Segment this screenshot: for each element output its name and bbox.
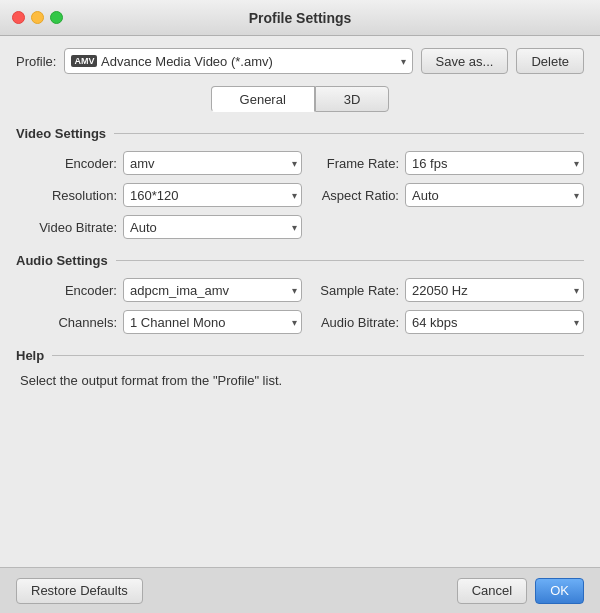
audio-settings-header: Audio Settings bbox=[16, 253, 584, 268]
video-section-line bbox=[114, 133, 584, 134]
aspect-ratio-row: Aspect Ratio: Auto 4:3 16:9 bbox=[314, 183, 584, 207]
audio-settings-title: Audio Settings bbox=[16, 253, 108, 268]
video-encoder-row: Encoder: amv bbox=[32, 151, 302, 175]
video-encoder-label: Encoder: bbox=[32, 156, 117, 171]
close-button[interactable] bbox=[12, 11, 25, 24]
audio-bitrate-select-wrap: 64 kbps 128 kbps bbox=[405, 310, 584, 334]
frame-rate-select[interactable]: 16 fps 24 fps 30 fps bbox=[405, 151, 584, 175]
audio-bitrate-label: Audio Bitrate: bbox=[314, 315, 399, 330]
frame-rate-label: Frame Rate: bbox=[314, 156, 399, 171]
sample-rate-row: Sample Rate: 22050 Hz 44100 Hz bbox=[314, 278, 584, 302]
audio-encoder-label: Encoder: bbox=[32, 283, 117, 298]
resolution-row: Resolution: 160*120 320*240 bbox=[32, 183, 302, 207]
sample-rate-select-wrap: 22050 Hz 44100 Hz bbox=[405, 278, 584, 302]
profile-label: Profile: bbox=[16, 54, 56, 69]
restore-defaults-button[interactable]: Restore Defaults bbox=[16, 578, 143, 604]
footer-right-buttons: Cancel OK bbox=[457, 578, 584, 604]
channels-label: Channels: bbox=[32, 315, 117, 330]
chevron-down-icon: ▾ bbox=[401, 56, 406, 67]
frame-rate-row: Frame Rate: 16 fps 24 fps 30 fps bbox=[314, 151, 584, 175]
channels-select-wrap: 1 Channel Mono 2 Channel Stereo bbox=[123, 310, 302, 334]
resolution-select-wrap: 160*120 320*240 bbox=[123, 183, 302, 207]
resolution-label: Resolution: bbox=[32, 188, 117, 203]
title-bar: Profile Settings bbox=[0, 0, 600, 36]
profile-selected-value: Advance Media Video (*.amv) bbox=[101, 54, 273, 69]
help-title: Help bbox=[16, 348, 44, 363]
footer: Restore Defaults Cancel OK bbox=[0, 567, 600, 613]
channels-select[interactable]: 1 Channel Mono 2 Channel Stereo bbox=[123, 310, 302, 334]
help-section-line bbox=[52, 355, 584, 356]
maximize-button[interactable] bbox=[50, 11, 63, 24]
audio-encoder-select[interactable]: adpcm_ima_amv bbox=[123, 278, 302, 302]
ok-button[interactable]: OK bbox=[535, 578, 584, 604]
tab-general[interactable]: General bbox=[211, 86, 315, 112]
video-settings-section: Video Settings Encoder: amv Frame Rate: … bbox=[16, 126, 584, 239]
audio-settings-section: Audio Settings Encoder: adpcm_ima_amv Sa… bbox=[16, 253, 584, 334]
frame-rate-select-wrap: 16 fps 24 fps 30 fps bbox=[405, 151, 584, 175]
audio-encoder-row: Encoder: adpcm_ima_amv bbox=[32, 278, 302, 302]
help-section: Help Select the output format from the "… bbox=[16, 348, 584, 388]
video-settings-header: Video Settings bbox=[16, 126, 584, 141]
window-title: Profile Settings bbox=[249, 10, 352, 26]
tab-3d[interactable]: 3D bbox=[315, 86, 390, 112]
video-settings-grid: Encoder: amv Frame Rate: 16 fps 24 fps 3… bbox=[16, 151, 584, 239]
resolution-select[interactable]: 160*120 320*240 bbox=[123, 183, 302, 207]
audio-bitrate-select[interactable]: 64 kbps 128 kbps bbox=[405, 310, 584, 334]
audio-bitrate-row: Audio Bitrate: 64 kbps 128 kbps bbox=[314, 310, 584, 334]
video-bitrate-select-wrap: Auto 128 kbps bbox=[123, 215, 302, 239]
aspect-ratio-label: Aspect Ratio: bbox=[314, 188, 399, 203]
profile-dropdown[interactable]: AMV Advance Media Video (*.amv) ▾ bbox=[64, 48, 412, 74]
aspect-ratio-select[interactable]: Auto 4:3 16:9 bbox=[405, 183, 584, 207]
amv-badge: AMV bbox=[71, 55, 97, 67]
profile-row: Profile: AMV Advance Media Video (*.amv)… bbox=[16, 48, 584, 74]
audio-section-line bbox=[116, 260, 584, 261]
delete-button[interactable]: Delete bbox=[516, 48, 584, 74]
audio-encoder-select-wrap: adpcm_ima_amv bbox=[123, 278, 302, 302]
main-content: Profile: AMV Advance Media Video (*.amv)… bbox=[0, 36, 600, 567]
video-bitrate-label: Video Bitrate: bbox=[32, 220, 117, 235]
sample-rate-select[interactable]: 22050 Hz 44100 Hz bbox=[405, 278, 584, 302]
help-header: Help bbox=[16, 348, 584, 363]
video-bitrate-select[interactable]: Auto 128 kbps bbox=[123, 215, 302, 239]
video-encoder-select-wrap: amv bbox=[123, 151, 302, 175]
minimize-button[interactable] bbox=[31, 11, 44, 24]
help-text: Select the output format from the "Profi… bbox=[16, 373, 584, 388]
video-bitrate-row: Video Bitrate: Auto 128 kbps bbox=[32, 215, 302, 239]
aspect-ratio-select-wrap: Auto 4:3 16:9 bbox=[405, 183, 584, 207]
cancel-button[interactable]: Cancel bbox=[457, 578, 527, 604]
channels-row: Channels: 1 Channel Mono 2 Channel Stere… bbox=[32, 310, 302, 334]
video-settings-title: Video Settings bbox=[16, 126, 106, 141]
tabs-row: General 3D bbox=[16, 86, 584, 112]
traffic-lights bbox=[12, 11, 63, 24]
empty-cell bbox=[314, 215, 584, 239]
video-encoder-select[interactable]: amv bbox=[123, 151, 302, 175]
save-as-button[interactable]: Save as... bbox=[421, 48, 509, 74]
audio-settings-grid: Encoder: adpcm_ima_amv Sample Rate: 2205… bbox=[16, 278, 584, 334]
sample-rate-label: Sample Rate: bbox=[314, 283, 399, 298]
